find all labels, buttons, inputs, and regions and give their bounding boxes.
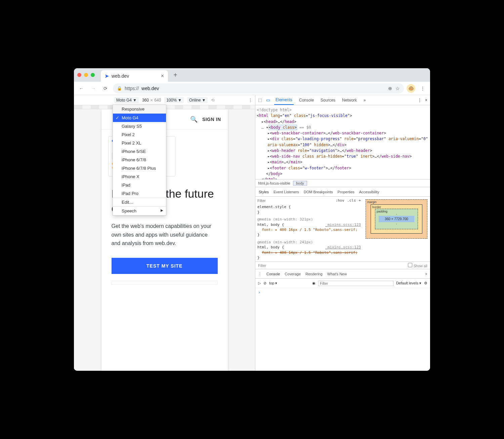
minimize-window-button[interactable] [84,73,88,77]
dropdown-item-speech[interactable]: Speech [113,207,166,215]
drawer-tab[interactable]: Console [266,272,280,276]
tab-console[interactable]: Console [298,96,315,105]
tab-sources[interactable]: Sources [319,96,337,105]
dropdown-item-device[interactable]: iPhone X [113,172,166,181]
context-selector[interactable]: top ▾ [269,281,309,285]
drawer-tab[interactable]: Coverage [285,272,301,276]
tab-elements[interactable]: Elements [274,95,294,105]
close-window-button[interactable] [77,73,81,77]
hov-toggle[interactable]: :hov [335,198,344,203]
tab-overflow[interactable]: » [362,96,367,105]
hero-subtext: Get the web's modern capabilities on you… [112,222,218,248]
viewport-width[interactable]: 360 [142,98,149,103]
new-style-button[interactable]: + [359,198,361,203]
browser-tab[interactable]: ➤ web.dev × [101,70,168,82]
devtools-menu-button[interactable]: ⋮ [418,98,422,103]
drawer-menu-button[interactable]: ⋮ [258,272,262,276]
fullscreen-window-button[interactable] [91,73,95,77]
body-node[interactable]: … ▾<body class> == $0 [257,125,429,130]
dropdown-item-device[interactable]: iPad Pro [113,189,166,198]
url-host: web.dev [141,86,159,91]
style-rule[interactable]: @media (min-width: 321px) html, body {_m… [257,217,361,238]
bookmark-icon[interactable]: ☆ [395,86,400,91]
tree-node[interactable]: ▸<web-side-nav class aria-hidden="true" … [257,154,429,159]
dropdown-item-responsive[interactable]: Responsive [113,105,166,113]
viewport-height[interactable]: 640 [154,98,161,103]
tree-node[interactable]: ▸<web-snackbar-container>…</web-snackbar… [257,130,429,136]
new-tab-button[interactable]: + [171,71,180,79]
source-link[interactable]: _mixins.scss:123 [325,222,361,227]
drawer-tab[interactable]: Rendering [305,272,323,276]
tree-node: </html> [257,177,429,179]
dropdown-item-device[interactable]: Moto G4 [113,114,166,122]
console-play-icon[interactable]: ▷ [258,281,261,285]
omnibox[interactable]: 🔒 https://web.dev ⊕ ☆ [113,83,404,93]
device-selector[interactable]: Moto G4 ▼ [114,97,139,103]
breadcrumb-item[interactable]: body [293,181,307,186]
drawer-tab[interactable]: What's New [327,272,347,276]
tree-node[interactable]: ▸<main>…</main> [257,159,429,165]
reload-button[interactable]: ⟳ [101,84,110,93]
back-button[interactable]: ← [77,84,86,93]
style-rule[interactable]: @media (min-width: 241px) html, body {_m… [257,240,361,261]
device-mode-toggle-icon[interactable]: ▭ [266,97,270,103]
styles-tab[interactable]: DOM Breakpoints [304,190,333,194]
dropdown-item-device[interactable]: iPhone 6/7/8 [113,156,166,164]
source-link[interactable]: _mixins.scss:123 [325,245,361,250]
show-all-checkbox[interactable] [408,263,412,267]
styles-tab[interactable]: Styles [259,190,269,194]
styles-pane: :hov .cls + element.style {} @media (min… [255,197,430,262]
devtools-close-button[interactable]: × [425,98,427,103]
dropdown-item-device[interactable]: Pixel 2 XL [113,139,166,147]
cta-button[interactable]: TEST MY SITE [112,258,218,274]
tree-node[interactable]: ▸<footer class="w-footer">…</footer> [257,165,429,171]
dimension-separator-icon: × [150,97,153,103]
head-node[interactable]: ▸<head>…</head> [257,119,429,125]
device-dropdown: Responsive Moto G4 Galaxy S5 Pixel 2 Pix… [113,105,166,215]
device-toolbar-menu[interactable]: ⋮ [248,98,252,103]
profile-avatar[interactable]: 🐵 [407,84,415,93]
tab-strip: ➤ web.dev × + [74,68,430,82]
cls-toggle[interactable]: .cls [347,198,356,203]
sign-in-button[interactable]: SIGN IN [202,117,221,122]
zoom-selector[interactable]: 100% ▼ [164,97,184,103]
dropdown-item-device[interactable]: Pixel 2 [113,130,166,139]
tab-network[interactable]: Network [341,96,358,105]
breadcrumb-item[interactable]: html.js-focus-visible [255,181,293,185]
install-icon[interactable]: ⊕ [388,86,392,91]
live-expression-icon[interactable]: ◉ [312,281,316,285]
console-prompt[interactable]: › [255,288,430,297]
dropdown-item-device[interactable]: iPad [113,181,166,189]
console-settings-icon[interactable]: ⚙ [424,281,427,285]
dropdown-item-device[interactable]: iPhone 6/7/8 Plus [113,164,166,172]
tree-node[interactable]: ▸<web-header role="navigation">…</web-he… [257,148,429,154]
address-bar: ← → ⟳ 🔒 https://web.dev ⊕ ☆ 🐵 ⋮ [74,82,430,95]
console-toolbar: ▷ ⊘ top ▾ ◉ Default levels ▾ ⚙ [255,279,430,288]
html-node[interactable]: <html lang="en" class="js-focus-visible"… [257,113,429,119]
forward-button[interactable]: → [89,84,98,93]
lock-icon: 🔒 [117,86,122,91]
tree-node[interactable]: ▸<div class="w-loading-progress" role="p… [257,136,429,148]
dropdown-item-edit[interactable]: Edit… [113,198,166,206]
drawer-close-button[interactable]: × [425,272,427,276]
console-clear-icon[interactable]: ⊘ [263,281,266,285]
styles-filter-input[interactable] [257,199,335,203]
log-level-selector[interactable]: Default levels ▾ [396,281,421,285]
style-rule[interactable]: element.style {} [257,204,361,215]
elements-tree[interactable]: <!doctype html> <html lang="en" class="j… [255,105,430,179]
styles-tab[interactable]: Accessibility [359,190,379,194]
drawer-tabbar: ⋮ Console Coverage Rendering What's New … [255,269,430,279]
rotate-button[interactable]: ⟲ [211,98,214,103]
computed-filter[interactable]: Filter [258,264,266,268]
console-filter-input[interactable] [318,281,393,286]
browser-menu-button[interactable]: ⋮ [418,84,427,93]
search-icon[interactable]: 🔍 [190,116,198,123]
dropdown-item-device[interactable]: Galaxy S5 [113,122,166,130]
inspect-icon[interactable]: ⬚ [258,97,262,103]
dropdown-item-device[interactable]: iPhone 5/SE [113,147,166,156]
close-tab-button[interactable]: × [161,73,164,79]
breadcrumb: html.js-focus-visible body [255,179,430,187]
styles-tab[interactable]: Event Listeners [274,190,299,194]
throttle-selector[interactable]: Online ▼ [187,97,208,103]
styles-tab[interactable]: Properties [338,190,354,194]
